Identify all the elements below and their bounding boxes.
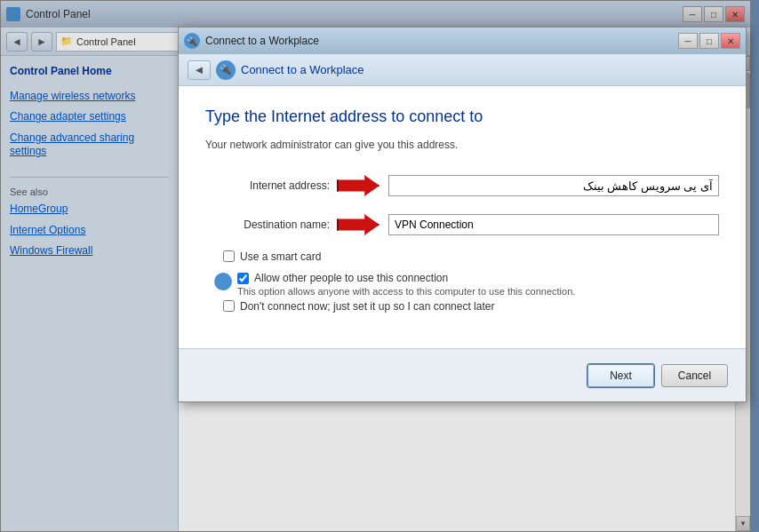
connect-workplace-dialog: 🔌 Connect to a Workplace ─ □ ✕ ◄ 🔌 Conne… <box>178 27 747 402</box>
dialog-subtext: Your network administrator can give you … <box>205 139 719 151</box>
smart-card-label: Use a smart card <box>240 250 321 263</box>
dialog-back-button[interactable]: ◄ <box>188 60 211 80</box>
dialog-close-button[interactable]: ✕ <box>721 33 740 49</box>
smart-card-checkbox[interactable] <box>223 250 235 262</box>
dialog-maximize-button[interactable]: □ <box>699 33 719 49</box>
internet-address-label: Internet address: <box>205 179 330 192</box>
dialog-title: Connect to a Workplace <box>205 35 319 47</box>
internet-address-input[interactable] <box>388 175 719 196</box>
arrow-icon-2 <box>337 213 380 236</box>
dialog-content: Type the Internet address to connect to … <box>179 86 746 348</box>
allow-others-row: Allow other people to use this connectio… <box>205 272 719 297</box>
dialog-app-icon: 🔌 <box>184 33 200 49</box>
allow-others-label: Allow other people to use this connectio… <box>254 272 448 284</box>
dont-connect-label: Don't connect now; just set it up so I c… <box>240 300 494 313</box>
destination-name-input[interactable] <box>388 214 719 235</box>
destination-name-arrow <box>337 211 381 238</box>
cancel-button[interactable]: Cancel <box>661 364 728 387</box>
internet-address-row: Internet address: <box>205 172 719 199</box>
allow-others-sublabel: This option allows anyone with access to… <box>237 286 575 297</box>
dont-connect-checkbox[interactable] <box>223 300 235 312</box>
internet-address-arrow <box>337 172 381 199</box>
dialog-overlay: 🔌 Connect to a Workplace ─ □ ✕ ◄ 🔌 Conne… <box>0 0 759 532</box>
allow-others-check-row: Allow other people to use this connectio… <box>237 272 575 284</box>
destination-name-label: Destination name: <box>205 218 330 231</box>
allow-others-checkbox[interactable] <box>237 273 249 284</box>
dialog-titlebar-left: 🔌 Connect to a Workplace <box>184 33 319 49</box>
checkboxes-section: Use a smart card Allow other people to u… <box>205 250 719 313</box>
dialog-heading: Type the Internet address to connect to <box>205 107 719 126</box>
dialog-window-controls: ─ □ ✕ <box>678 33 740 49</box>
dialog-minimize-button[interactable]: ─ <box>678 33 698 49</box>
allow-others-content: Allow other people to use this connectio… <box>237 272 575 297</box>
dialog-toolbar-icon: 🔌 <box>216 60 236 80</box>
dialog-toolbar: ◄ 🔌 Connect to a Workplace <box>179 54 746 86</box>
dialog-footer: Next Cancel <box>179 348 746 401</box>
smart-card-row: Use a smart card <box>205 250 719 263</box>
dialog-titlebar: 🔌 Connect to a Workplace ─ □ ✕ <box>179 28 746 54</box>
dont-connect-row: Don't connect now; just set it up so I c… <box>205 300 719 313</box>
destination-name-row: Destination name: <box>205 211 719 238</box>
next-button[interactable]: Next <box>587 364 654 387</box>
shield-icon <box>214 273 232 290</box>
dialog-toolbar-title: Connect to a Workplace <box>241 63 364 76</box>
arrow-icon-1 <box>337 174 380 197</box>
